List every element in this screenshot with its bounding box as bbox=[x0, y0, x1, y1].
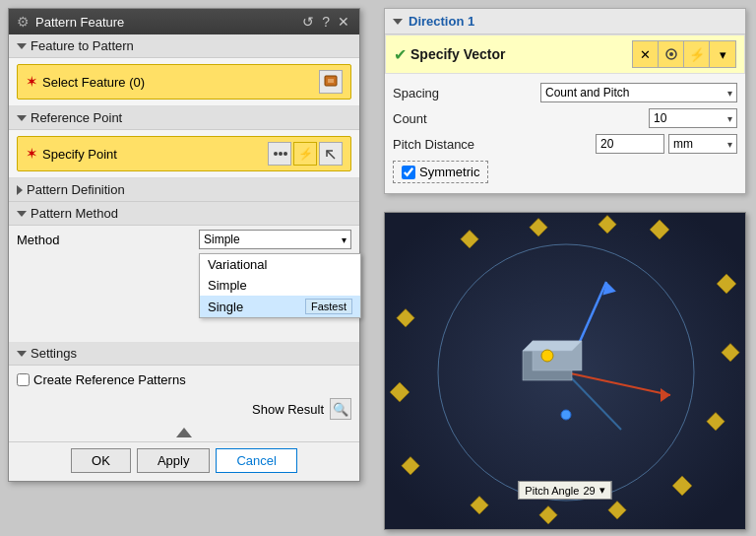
direction-panel: Direction 1 ✔ Specify Vector ✕ ⚡ ▾ Spaci… bbox=[384, 8, 746, 194]
method-dropdown-popup: Variational Simple Single Fastest bbox=[199, 253, 361, 318]
mm-select-wrapper: mm ▾ bbox=[668, 134, 737, 154]
svg-point-18 bbox=[541, 350, 553, 362]
pattern-method-body: Method Simple ▾ Variational Simple Singl… bbox=[9, 226, 359, 481]
pattern-method-header[interactable]: Pattern Method bbox=[9, 202, 359, 226]
count-select[interactable]: 10 bbox=[649, 108, 737, 128]
svg-marker-17 bbox=[523, 341, 582, 351]
mm-select[interactable]: mm bbox=[668, 134, 737, 154]
direction-form: Spacing Count and Pitch ▾ Count 10 ▾ Pit… bbox=[385, 74, 745, 193]
direction-collapse-icon bbox=[393, 19, 403, 25]
dropdown-item-variational[interactable]: Variational bbox=[200, 254, 360, 275]
method-select[interactable]: Simple ▾ bbox=[199, 230, 351, 249]
svg-rect-1 bbox=[328, 79, 334, 83]
pitch-distance-value-group: mm ▾ bbox=[596, 134, 737, 154]
select-feature-label-group: ✶ Select Feature (0) bbox=[26, 73, 145, 91]
count-value-wrapper: 10 ▾ bbox=[649, 108, 737, 128]
arrow-up-icon bbox=[176, 428, 192, 437]
collapse-settings-icon bbox=[17, 351, 27, 357]
point-lightning-btn[interactable]: ⚡ bbox=[293, 142, 317, 166]
dialog-title: Pattern Feature bbox=[35, 15, 124, 30]
dropdown-item-simple[interactable]: Simple bbox=[200, 275, 360, 296]
settings-body: Create Reference Patterns bbox=[9, 366, 359, 394]
collapse-ref-icon bbox=[17, 115, 27, 121]
pitch-distance-row: Pitch Distance mm ▾ bbox=[393, 131, 737, 157]
required-star-2: ✶ bbox=[26, 145, 38, 163]
symmetric-row: Symmetric bbox=[393, 157, 737, 187]
svg-point-4 bbox=[284, 152, 287, 156]
vector-dot-btn[interactable] bbox=[659, 41, 684, 67]
feature-icon-btn[interactable] bbox=[319, 70, 343, 94]
show-result-search-btn[interactable]: 🔍 bbox=[330, 398, 351, 420]
dialog-titlebar: ⚙ Pattern Feature ↺ ? ✕ bbox=[9, 9, 359, 34]
dropdown-item-single[interactable]: Single Fastest bbox=[200, 296, 360, 317]
vector-x-btn[interactable]: ✕ bbox=[633, 41, 659, 67]
arrow-row bbox=[9, 424, 359, 441]
feature-icon bbox=[323, 74, 339, 90]
vector-dot-icon bbox=[664, 47, 678, 61]
settings-label: Settings bbox=[31, 346, 77, 361]
specify-point-label-group: ✶ Specify Point bbox=[26, 145, 117, 163]
direction-header[interactable]: Direction 1 bbox=[385, 9, 745, 34]
apply-button[interactable]: Apply bbox=[137, 448, 211, 473]
vector-dropdown-btn[interactable]: ▾ bbox=[710, 41, 735, 67]
spacing-label: Spacing bbox=[393, 86, 501, 100]
pitch-distance-input[interactable] bbox=[596, 134, 664, 154]
3d-canvas: Pitch Angle 29 ▾ bbox=[385, 213, 745, 529]
pitch-angle-text: Pitch Angle bbox=[525, 485, 579, 497]
collapse-icon bbox=[17, 43, 27, 49]
method-label: Method bbox=[17, 233, 59, 247]
vector-lightning-btn[interactable]: ⚡ bbox=[684, 41, 710, 67]
pattern-method-label: Pattern Method bbox=[31, 206, 118, 221]
svg-point-19 bbox=[561, 410, 571, 420]
feature-to-pattern-header[interactable]: Feature to Pattern bbox=[9, 34, 359, 58]
titlebar-left: ⚙ Pattern Feature bbox=[17, 14, 124, 30]
spacing-select[interactable]: Count and Pitch bbox=[540, 83, 737, 102]
pitch-angle-caret: ▾ bbox=[599, 484, 605, 497]
method-dropdown-arrow: ▾ bbox=[342, 234, 346, 245]
titlebar-controls: ↺ ? ✕ bbox=[300, 14, 351, 30]
checkmark-icon: ✔ bbox=[394, 45, 407, 64]
point-icons-group: ⚡ bbox=[268, 142, 343, 166]
symmetric-label: Symmetric bbox=[419, 165, 479, 179]
specify-vector-row: ✔ Specify Vector ✕ ⚡ ▾ bbox=[385, 34, 745, 74]
create-ref-patterns-label: Create Reference Patterns bbox=[33, 372, 186, 387]
svg-line-5 bbox=[327, 151, 335, 159]
count-label: Count bbox=[393, 111, 501, 126]
close-button[interactable]: ✕ bbox=[336, 14, 351, 30]
method-row: Method Simple ▾ Variational Simple Singl… bbox=[9, 226, 359, 253]
specify-point-row[interactable]: ✶ Specify Point ⚡ bbox=[17, 136, 351, 171]
pitch-distance-label: Pitch Distance bbox=[393, 137, 501, 152]
gear-icon: ⚙ bbox=[17, 14, 30, 30]
expand-def-icon bbox=[17, 185, 23, 195]
svg-point-3 bbox=[279, 152, 283, 156]
arrow-icon bbox=[324, 147, 338, 161]
dialog-buttons: OK Apply Cancel bbox=[9, 441, 359, 481]
fastest-tag: Fastest bbox=[305, 299, 352, 314]
select-feature-row[interactable]: ✶ Select Feature (0) bbox=[17, 64, 351, 100]
reference-point-header[interactable]: Reference Point bbox=[9, 106, 359, 130]
svg-point-7 bbox=[669, 52, 673, 56]
select-feature-label: Select Feature (0) bbox=[42, 75, 145, 90]
settings-header[interactable]: Settings bbox=[9, 342, 359, 366]
pattern-definition-header[interactable]: Pattern Definition bbox=[9, 178, 359, 202]
feature-to-pattern-body: ✶ Select Feature (0) bbox=[9, 58, 359, 106]
reference-point-body: ✶ Specify Point ⚡ bbox=[9, 130, 359, 178]
create-ref-patterns-row: Create Reference Patterns bbox=[17, 369, 351, 390]
point-extra-btn[interactable] bbox=[319, 142, 343, 166]
dots-icon bbox=[272, 146, 287, 162]
point-dots-btn[interactable] bbox=[268, 142, 291, 166]
method-dropdown-container: Simple ▾ Variational Simple Single Faste… bbox=[199, 230, 351, 249]
feature-to-pattern-label: Feature to Pattern bbox=[31, 38, 134, 53]
ok-button[interactable]: OK bbox=[71, 448, 131, 473]
specify-vector-left: ✔ Specify Vector bbox=[394, 45, 506, 64]
method-select-value: Simple bbox=[204, 233, 342, 246]
reset-button[interactable]: ↺ bbox=[300, 14, 316, 30]
spacing-value-wrapper: Count and Pitch ▾ bbox=[540, 83, 737, 102]
pitch-angle-label: Pitch Angle 29 ▾ bbox=[518, 481, 611, 500]
3d-viewport: Pitch Angle 29 ▾ bbox=[384, 212, 746, 530]
collapse-method-icon bbox=[17, 211, 27, 217]
symmetric-checkbox[interactable] bbox=[402, 166, 415, 179]
help-button[interactable]: ? bbox=[320, 14, 332, 30]
create-ref-patterns-checkbox[interactable] bbox=[17, 373, 30, 386]
cancel-button[interactable]: Cancel bbox=[216, 448, 296, 473]
